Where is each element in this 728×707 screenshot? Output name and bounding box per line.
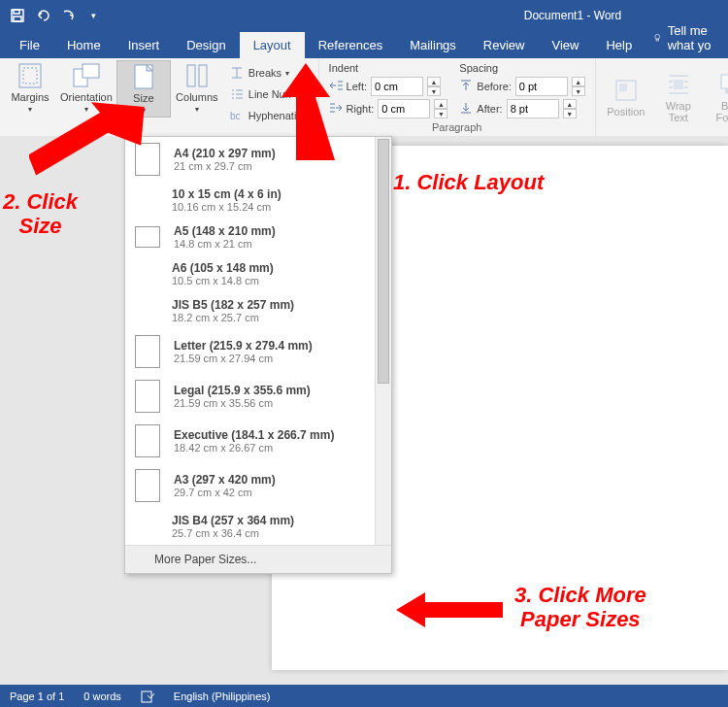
paper-thumb-icon [135,226,160,248]
size-option-sub: 29.7 cm x 42 cm [174,487,276,498]
breaks-button[interactable]: Breaks▾ [227,64,311,82]
status-words[interactable]: 0 words [83,690,121,702]
size-option-sub: 18.42 cm x 26.67 cm [174,442,334,454]
dropdown-scrollbar[interactable] [375,137,391,545]
spacing-heading: Spacing [459,62,584,77]
indent-left-icon [329,80,343,93]
svg-rect-10 [199,65,207,86]
wrap-text-button[interactable]: Wrap Text [652,60,705,134]
qat-customize-button[interactable]: ▾ [82,4,105,27]
scrollbar-thumb[interactable] [378,139,389,384]
svg-rect-2 [14,17,21,21]
columns-icon [182,62,212,89]
tab-help[interactable]: Help [592,32,645,58]
size-button[interactable]: Size▾ [116,60,171,118]
bring-forward-button[interactable]: Brin Forwa [705,60,728,134]
size-option[interactable]: Legal (215.9 x 355.6 mm)21.59 cm x 35.56… [125,374,391,419]
spacing-before-row: Before: ▲▼ [459,77,584,96]
indent-heading: Indent [329,62,448,77]
size-option[interactable]: Letter (215.9 x 279.4 mm)21.59 cm x 27.9… [125,329,391,374]
size-option[interactable]: JIS B4 (257 x 364 mm)25.7 cm x 36.4 cm [125,508,391,545]
hyphenation-button[interactable]: bcHyphenation [227,107,311,124]
indent-left-row: Left: ▲▼ [329,77,448,96]
svg-rect-5 [23,68,37,84]
size-option-title: Executive (184.1 x 266.7 mm) [174,428,334,442]
size-option-sub: 14.8 cm x 21 cm [174,238,276,250]
spacing-before-input[interactable] [515,77,568,96]
orientation-icon [72,62,101,89]
size-option-sub: 10.16 cm x 15.24 cm [172,201,281,213]
size-option[interactable]: 10 x 15 cm (4 x 6 in)10.16 cm x 15.24 cm [125,182,391,219]
status-page[interactable]: Page 1 of 1 [10,690,64,702]
spacing-before-spinner[interactable]: ▲▼ [572,77,585,96]
paper-thumb-icon [135,424,160,457]
size-option[interactable]: JIS B5 (182 x 257 mm)18.2 cm x 25.7 cm [125,292,391,329]
tab-home[interactable]: Home [53,32,115,58]
line-numbers-button[interactable]: Line Nun [227,85,311,103]
spellcheck-icon[interactable] [141,690,154,703]
svg-rect-1 [14,10,19,14]
tell-me-search[interactable]: Tell me what yo [645,17,728,58]
margins-icon [16,62,45,89]
size-option[interactable]: A6 (105 x 148 mm)10.5 cm x 14.8 cm [125,255,391,292]
line-numbers-icon [229,86,245,102]
tab-layout[interactable]: Layout [240,32,305,58]
tab-review[interactable]: Review [470,32,539,58]
size-option-title: JIS B4 (257 x 364 mm) [172,514,294,527]
size-option-sub: 18.2 cm x 25.7 cm [172,312,294,323]
svg-rect-13 [619,84,627,91]
size-option-sub: 21 cm x 29.7 cm [174,160,276,172]
size-option[interactable]: A3 (297 x 420 mm)29.7 cm x 42 cm [125,463,391,508]
size-option[interactable]: A5 (148 x 210 mm)14.8 cm x 21 cm [125,219,391,255]
tab-view[interactable]: View [538,32,592,58]
size-option[interactable]: Executive (184.1 x 266.7 mm)18.42 cm x 2… [125,419,391,463]
status-language[interactable]: English (Philippines) [174,690,271,702]
orientation-button[interactable]: Orientation▾ [56,60,116,116]
lightbulb-icon [653,31,661,45]
wrap-text-icon [664,71,693,98]
tab-mailings[interactable]: Mailings [396,32,470,58]
tab-file[interactable]: File [6,32,53,58]
group-arrange: Position Wrap Text Brin Forwa [596,58,728,136]
paper-thumb-icon [135,380,160,413]
svg-rect-9 [187,65,195,86]
size-option-sub: 10.5 cm x 14.8 cm [172,275,274,286]
indent-left-input[interactable] [371,77,423,96]
undo-button[interactable] [31,4,54,27]
spacing-after-input[interactable] [507,99,559,118]
size-menu-list: A4 (210 x 297 mm)21 cm x 29.7 cm10 x 15 … [125,137,391,545]
more-paper-sizes-item[interactable]: More Paper Sizes... [125,545,391,573]
redo-button[interactable] [56,4,80,27]
svg-rect-7 [83,64,99,78]
status-bar: Page 1 of 1 0 words English (Philippines… [0,685,728,707]
size-option-title: Legal (215.9 x 355.6 mm) [174,384,311,397]
tab-references[interactable]: References [305,32,396,58]
spacing-after-row: After: ▲▼ [459,99,584,118]
size-option[interactable]: A4 (210 x 297 mm)21 cm x 29.7 cm [125,137,391,182]
tab-design[interactable]: Design [173,32,239,58]
size-option-sub: 21.59 cm x 27.94 cm [174,353,313,364]
tab-insert[interactable]: Insert [115,32,174,58]
spacing-before-icon [459,80,473,93]
group-paragraph: Indent Left: ▲▼ Right: ▲▼ Spacing [319,58,596,136]
margins-button[interactable]: Margins▾ [4,60,56,116]
size-option-title: Letter (215.9 x 279.4 mm) [174,339,313,353]
spacing-after-spinner[interactable]: ▲▼ [563,99,577,118]
size-option-title: A6 (105 x 148 mm) [172,261,274,275]
paper-thumb-icon [135,335,160,368]
columns-button[interactable]: Columns▾ [171,60,223,116]
indent-right-input[interactable] [378,99,430,118]
indent-right-spinner[interactable]: ▲▼ [434,99,447,118]
save-button[interactable] [6,4,29,27]
quick-access-toolbar: ▾ [0,4,111,27]
size-option-sub: 25.7 cm x 36.4 cm [172,527,294,539]
paper-thumb-icon [135,469,160,502]
position-button[interactable]: Position [600,60,652,134]
ribbon-tabstrip: File Home Insert Design Layout Reference… [0,31,728,58]
svg-rect-16 [721,75,728,88]
svg-point-3 [655,34,660,39]
svg-rect-14 [674,80,683,89]
spacing-after-icon [459,102,473,116]
group-page-setup: Margins▾ Orientation▾ Size▾ Columns▾ Bre… [0,58,319,136]
indent-left-spinner[interactable]: ▲▼ [427,77,441,96]
